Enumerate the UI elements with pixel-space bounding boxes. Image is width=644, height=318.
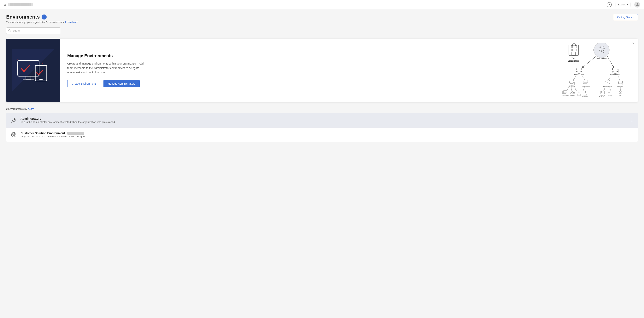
learn-more-link[interactable]: Learn More bbox=[65, 21, 78, 23]
svg-point-73 bbox=[605, 81, 607, 82]
svg-rect-14 bbox=[570, 49, 572, 51]
close-button[interactable]: × bbox=[632, 41, 634, 45]
svg-point-95 bbox=[620, 91, 621, 92]
manage-administrators-button[interactable]: Manage Administrators bbox=[104, 80, 140, 87]
svg-point-0 bbox=[8, 29, 10, 31]
svg-text:Providers: Providers bbox=[582, 96, 588, 97]
svg-point-98 bbox=[12, 119, 13, 121]
title-area: Environments + View and manage your orga… bbox=[6, 14, 78, 23]
svg-point-65 bbox=[578, 91, 580, 93]
svg-point-67 bbox=[584, 91, 586, 93]
info-card-graphic bbox=[6, 39, 60, 102]
svg-text:Identity: Identity bbox=[583, 94, 588, 96]
svg-text:Administrators: Administrators bbox=[596, 57, 607, 59]
svg-point-40 bbox=[612, 71, 618, 73]
create-environment-button[interactable]: Create Environment bbox=[67, 80, 100, 87]
svg-text:Applications: Applications bbox=[599, 96, 606, 97]
svg-marker-2 bbox=[12, 49, 54, 92]
customer-env-desc: PingOne customer trial environment with … bbox=[20, 135, 627, 138]
env2-node: Environment bbox=[610, 68, 620, 75]
svg-point-39 bbox=[612, 68, 618, 70]
admin-env-info: Administrators This is the administrator… bbox=[20, 117, 627, 123]
top-nav: ⌂ ████████████ ? Explore ▾ bbox=[0, 0, 644, 9]
svg-point-46 bbox=[569, 81, 574, 83]
search-input[interactable] bbox=[6, 27, 60, 34]
explore-button[interactable]: Explore ▾ bbox=[616, 2, 630, 7]
svg-text:Applications: Applications bbox=[606, 96, 614, 97]
administrators-node: Administrators bbox=[594, 43, 610, 59]
svg-rect-13 bbox=[575, 46, 577, 48]
page-title: Environments bbox=[6, 14, 40, 20]
customer-env-more-button[interactable] bbox=[630, 132, 634, 137]
svg-point-99 bbox=[14, 119, 16, 121]
svg-line-77 bbox=[607, 82, 608, 83]
svg-line-1 bbox=[10, 31, 11, 31]
svg-line-56 bbox=[574, 85, 576, 91]
svg-rect-11 bbox=[570, 46, 572, 48]
info-card: Manage Environments Create and manage en… bbox=[6, 39, 638, 102]
svg-line-54 bbox=[567, 85, 570, 91]
applications-node: Applications bbox=[603, 80, 612, 87]
env-count: 2 Environments by bbox=[6, 107, 27, 110]
info-card-actions: Create Environment Manage Administrators bbox=[67, 80, 550, 87]
admin-env-more-button[interactable] bbox=[630, 118, 634, 123]
svg-text:Applications: Applications bbox=[603, 85, 612, 87]
main-content: Environments + View and manage your orga… bbox=[0, 9, 644, 146]
sort-chevron-icon: ▾ bbox=[32, 107, 34, 110]
home-icon[interactable]: ⌂ bbox=[4, 2, 6, 6]
user-avatar[interactable] bbox=[634, 2, 640, 7]
explore-label: Explore bbox=[618, 3, 626, 6]
title-row: Environments + bbox=[6, 14, 78, 20]
svg-text:Groups: Groups bbox=[570, 95, 575, 96]
environment-list: Administrators This is the administrator… bbox=[6, 113, 638, 142]
svg-rect-87 bbox=[601, 91, 604, 94]
populations-node: Populations bbox=[562, 90, 569, 96]
your-org-node: Your Organization bbox=[568, 43, 580, 62]
svg-point-63 bbox=[573, 92, 575, 94]
svg-text:Environment: Environment bbox=[610, 74, 620, 75]
svg-text:Worker: Worker bbox=[600, 95, 605, 96]
info-card-description: Create and manage environments within yo… bbox=[67, 61, 145, 74]
svg-text:Organization: Organization bbox=[568, 60, 580, 62]
add-environment-button[interactable]: + bbox=[42, 14, 46, 19]
svg-point-62 bbox=[570, 92, 572, 94]
help-button[interactable]: ? bbox=[607, 2, 612, 7]
nav-right: ? Explore ▾ bbox=[607, 2, 640, 7]
environment-item: Administrators This is the administrator… bbox=[6, 113, 638, 127]
sort-button[interactable]: A-Z ▾ bbox=[28, 107, 34, 110]
page-header: Environments + View and manage your orga… bbox=[6, 14, 638, 23]
integrations-node: Integrations bbox=[582, 80, 590, 87]
admin-env-desc: This is the administrator environment cr… bbox=[20, 121, 627, 123]
org-diagram: Your Organization bbox=[556, 43, 633, 97]
svg-rect-17 bbox=[572, 52, 576, 55]
customer-env-name: Customer Solution Environment ████████ bbox=[20, 131, 627, 135]
svg-point-35 bbox=[576, 71, 582, 73]
customer-env-icon bbox=[10, 131, 18, 138]
admin-env-icon bbox=[10, 116, 18, 124]
users1-node: Users bbox=[577, 91, 581, 96]
svg-text:Users: Users bbox=[577, 95, 581, 96]
groups-node: Groups bbox=[570, 91, 575, 96]
client-apps-node: Client Applications bbox=[606, 91, 614, 97]
page-subtitle: View and manage your organization's envi… bbox=[6, 21, 78, 23]
users2-node: Users bbox=[619, 91, 622, 96]
svg-rect-15 bbox=[573, 49, 574, 51]
info-card-diagram: × Your Organ bbox=[556, 39, 638, 102]
svg-rect-12 bbox=[573, 46, 574, 48]
sort-bar: 2 Environments by A-Z ▾ bbox=[6, 107, 638, 110]
getting-started-button[interactable]: Getting Started bbox=[614, 14, 638, 20]
svg-text:Client: Client bbox=[608, 95, 612, 96]
identity-providers-node: Identity Providers bbox=[582, 91, 588, 97]
svg-rect-58 bbox=[562, 91, 566, 93]
environment-item: Customer Solution Environment ████████ P… bbox=[6, 127, 638, 142]
svg-line-32 bbox=[581, 56, 596, 68]
svg-point-47 bbox=[569, 83, 574, 85]
svg-rect-16 bbox=[575, 49, 577, 51]
svg-point-34 bbox=[576, 68, 582, 70]
org-name: ████████████ bbox=[8, 3, 33, 6]
customer-env-info: Customer Solution Environment ████████ P… bbox=[20, 131, 627, 138]
svg-point-80 bbox=[618, 83, 623, 85]
search-icon bbox=[8, 29, 11, 32]
svg-point-79 bbox=[618, 81, 623, 83]
svg-rect-59 bbox=[564, 90, 567, 93]
